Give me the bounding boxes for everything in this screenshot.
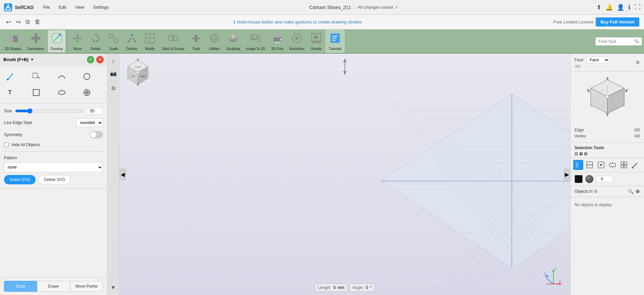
tool-3d-print[interactable]: 3D Print bbox=[268, 30, 286, 53]
menu-edit[interactable]: Edit bbox=[56, 5, 69, 10]
viewport-nav-left[interactable]: ◀ bbox=[119, 169, 126, 180]
size-slider[interactable] bbox=[15, 108, 84, 114]
info-text: Hold mouse button and make gestures to c… bbox=[237, 19, 362, 24]
menu-file[interactable]: File bbox=[40, 5, 53, 10]
viewport-gizmo[interactable] bbox=[341, 58, 348, 75]
hide-all-checkbox[interactable] bbox=[4, 142, 9, 147]
panel-dropdown-icon[interactable]: ▼ bbox=[31, 58, 34, 61]
angle-unit: ° bbox=[370, 285, 372, 290]
find-tool-input[interactable] bbox=[598, 39, 632, 44]
tool-deform[interactable]: Deform bbox=[123, 30, 141, 53]
delete-svg-button[interactable]: Delete SVG bbox=[38, 175, 71, 184]
nav-home-button[interactable]: ⌂ bbox=[109, 56, 118, 66]
symmetry-toggle[interactable] bbox=[90, 131, 103, 138]
panel-cancel-button[interactable]: ✕ bbox=[96, 56, 104, 63]
select-svg-button[interactable]: Select SVG bbox=[4, 175, 36, 184]
buy-full-version-button[interactable]: Buy Full Version bbox=[596, 17, 639, 26]
fullscreen-icon[interactable]: ⛶ bbox=[635, 4, 641, 11]
3d-viewport[interactable]: Front Left Right ◀ ▶ bbox=[119, 54, 570, 295]
face-select[interactable]: Face Edge Vertex bbox=[586, 56, 609, 64]
move-icon bbox=[71, 32, 84, 46]
texture-ball[interactable] bbox=[585, 175, 593, 183]
info-icon[interactable]: ℹ bbox=[628, 4, 631, 11]
nav-settings-button[interactable]: ⚙ bbox=[109, 83, 118, 93]
sel-action-2[interactable]: ⊞ bbox=[579, 152, 583, 156]
sel-tool-face[interactable] bbox=[573, 160, 583, 170]
cube-widget[interactable]: Front Left Right bbox=[123, 57, 153, 87]
tool-3d-shapes[interactable]: 3D Shapes bbox=[2, 30, 24, 53]
objects-settings-icon[interactable]: ⚙ bbox=[636, 189, 640, 194]
symmetry-label: Symmetry bbox=[4, 132, 22, 137]
draw-tool-circle[interactable] bbox=[80, 70, 94, 83]
notifications-icon[interactable]: 🔔 bbox=[605, 4, 613, 11]
objects-empty-text: No objects to display bbox=[575, 202, 612, 207]
tool-animation[interactable]: Animation bbox=[287, 30, 307, 53]
draw-tool-target[interactable] bbox=[80, 86, 94, 99]
svg-point-116 bbox=[137, 71, 139, 74]
panel-ok-button[interactable]: ✓ bbox=[87, 56, 94, 63]
tool-render[interactable]: Render bbox=[308, 30, 325, 53]
pattern-select[interactable]: none dots lines grid bbox=[4, 162, 103, 172]
draw-tool-text[interactable]: T bbox=[4, 86, 17, 99]
redo-button[interactable]: ↪ bbox=[14, 17, 22, 27]
tool-rotate[interactable]: Rotate bbox=[87, 30, 104, 53]
tool-generators[interactable]: Generators bbox=[24, 30, 47, 53]
nav-down-button[interactable]: ▼ bbox=[109, 283, 118, 292]
copy-button[interactable]: ⧉ bbox=[24, 17, 31, 27]
account-icon[interactable]: 👤 bbox=[617, 4, 624, 11]
tool-tools[interactable]: Tools bbox=[187, 30, 205, 53]
sel-tool-paint[interactable] bbox=[630, 160, 640, 170]
delete-button[interactable]: 🗑 bbox=[33, 17, 42, 27]
draw-mode-draw[interactable]: Draw bbox=[4, 281, 37, 292]
tool-sculpting[interactable]: Sculpting bbox=[224, 30, 243, 53]
size-input[interactable] bbox=[86, 108, 103, 114]
svg-rect-42 bbox=[258, 36, 260, 42]
draw-tool-rect-select[interactable] bbox=[30, 70, 43, 83]
menu-view[interactable]: View bbox=[72, 5, 87, 10]
save-status: All changes saved ✓ bbox=[358, 4, 399, 10]
color-value-input[interactable] bbox=[596, 176, 613, 182]
logo-text: SelfCAD bbox=[15, 5, 34, 10]
draw-tool-curve[interactable] bbox=[55, 70, 68, 83]
tool-stitch-scoop[interactable]: Stitch & Scoop bbox=[159, 30, 187, 53]
scale-icon bbox=[108, 32, 120, 46]
svg-line-18 bbox=[113, 38, 114, 39]
tool-move[interactable]: Move bbox=[69, 30, 86, 53]
sel-tool-object[interactable] bbox=[607, 160, 618, 170]
sel-action-3[interactable]: ⊟ bbox=[584, 152, 587, 156]
share-icon[interactable]: ⬆ bbox=[596, 4, 601, 11]
panel-title-text: Brush (F+B) bbox=[3, 57, 29, 62]
sel-tool-edge[interactable] bbox=[585, 160, 595, 170]
sel-action-1[interactable]: ⊡ bbox=[575, 152, 578, 156]
objects-search-icon[interactable]: 🔍 bbox=[628, 189, 634, 194]
draw-mode-erase[interactable]: Erase bbox=[37, 281, 70, 292]
undo-button[interactable]: ↩ bbox=[5, 17, 12, 27]
info-message: ℹ Hold mouse button and make gestures to… bbox=[44, 19, 551, 24]
sel-tool-group[interactable] bbox=[619, 160, 629, 170]
svg-rect-27 bbox=[192, 38, 200, 39]
tool-scale[interactable]: Scale bbox=[105, 30, 122, 53]
menu-settings[interactable]: Settings bbox=[90, 5, 111, 10]
vertex-label: Vertex bbox=[575, 134, 586, 138]
color-swatch[interactable] bbox=[575, 175, 583, 183]
tool-drawing[interactable]: Drawing bbox=[48, 30, 66, 53]
tool-image-to-3d[interactable]: Image To 3D bbox=[244, 30, 268, 53]
nav-camera-button[interactable]: 📷 bbox=[109, 68, 118, 78]
panel-settings-icon[interactable]: ⚙ bbox=[636, 60, 640, 65]
tool-modify[interactable]: Modify bbox=[141, 30, 159, 53]
svg-text:Z: Z bbox=[544, 272, 546, 276]
tool-utilities[interactable]: Utilities bbox=[206, 30, 223, 53]
svg-buttons: Select SVG Delete SVG bbox=[4, 175, 103, 184]
sculpting-icon bbox=[227, 32, 239, 46]
draw-tool-brush[interactable] bbox=[4, 70, 17, 83]
draw-tool-square[interactable] bbox=[30, 86, 43, 99]
svg-text:Left: Left bbox=[131, 75, 135, 77]
draw-tool-ellipse[interactable] bbox=[55, 86, 68, 99]
pattern-label: Pattern bbox=[4, 156, 103, 160]
sel-tool-vertex[interactable] bbox=[596, 160, 606, 170]
line-edge-select[interactable]: rounded sharp flat bbox=[76, 118, 103, 127]
draw-mode-move-points[interactable]: Move Points bbox=[70, 281, 103, 292]
viewport-nav-right[interactable]: ▶ bbox=[564, 169, 570, 180]
tool-tutorials[interactable]: Tutorials bbox=[326, 30, 344, 53]
line-edge-control: Line Edge Style rounded sharp flat bbox=[4, 118, 103, 127]
